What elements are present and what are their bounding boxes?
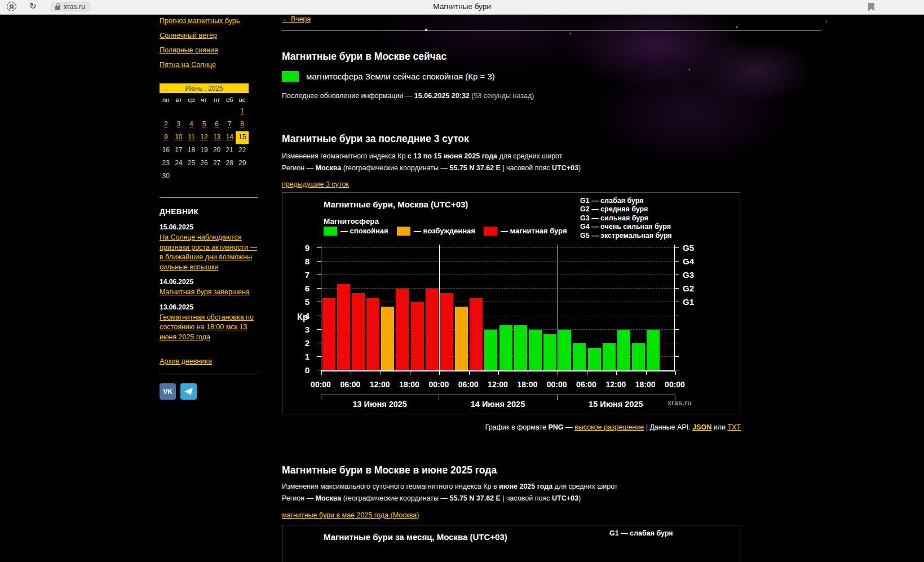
yesterday-link[interactable]: ← Вчера — [282, 15, 311, 23]
address-bar[interactable]: xras.ru — [51, 2, 91, 12]
calendar-weekday: чт — [198, 96, 211, 103]
text-segment: 15.06.2025 20:32 — [414, 92, 470, 100]
x-tick-mark — [646, 371, 647, 375]
calendar-day-link[interactable]: 8 — [240, 120, 244, 128]
kp-bar — [543, 334, 556, 370]
x-axis-tick: 00:00 — [665, 380, 685, 389]
kp-bar — [470, 298, 483, 371]
calendar-day[interactable]: 11 — [185, 131, 198, 144]
calendar-day[interactable]: 10 — [173, 131, 185, 144]
calendar-day[interactable]: 1 — [236, 105, 249, 118]
kp-bar — [440, 293, 453, 370]
diary-entries: 15.06.2025На Солнце наблюдаются признаки… — [160, 223, 259, 342]
y-tick-mark — [675, 275, 679, 275]
calendar-weekday: вт — [173, 96, 185, 103]
text-segment: (географические координаты — — [341, 494, 449, 502]
y-axis-tick: 1 — [287, 352, 310, 362]
x-tick-mark — [587, 371, 587, 375]
calendar-day: 23 — [160, 157, 173, 170]
day-separator — [439, 245, 440, 370]
calendar-day: 20 — [210, 144, 223, 157]
x-tick-mark — [469, 371, 470, 375]
inline-link[interactable]: TXT — [727, 423, 741, 431]
calendar-day-link[interactable]: 12 — [200, 133, 207, 141]
calendar-day-link[interactable]: 3 — [177, 120, 181, 128]
y-tick-mark — [317, 275, 321, 275]
calendar-day[interactable]: 3 — [173, 118, 185, 131]
calendar-day: 18 — [185, 144, 198, 157]
calendar-day-link[interactable]: 9 — [164, 133, 168, 141]
text-segment: График в формате — [485, 423, 549, 431]
sidebar-link[interactable]: Пятна на Солнце — [160, 61, 216, 69]
inline-link[interactable]: JSON — [692, 423, 711, 431]
calendar-day-current[interactable]: 15 — [236, 131, 249, 144]
calendar-day[interactable]: 14 — [223, 131, 236, 144]
yandex-browser-icon[interactable]: Я — [7, 2, 16, 11]
calendar-day-link[interactable]: 13 — [213, 133, 220, 141]
y-axis-ticks: 0123456789 — [282, 245, 316, 370]
x-axis-tick: 18:00 — [635, 380, 656, 389]
y-tick-mark — [317, 288, 321, 289]
calendar-day — [160, 105, 173, 118]
calendar-day-link[interactable]: 6 — [215, 120, 219, 128]
calendar-day[interactable]: 6 — [210, 118, 223, 131]
calendar-day: 24 — [173, 157, 185, 170]
diary-entry-link[interactable]: Магнитная буря завершена — [160, 287, 259, 298]
browser-toolbar: Я ↻ xras.ru Магнитные бури — [0, 0, 924, 15]
bookmark-icon[interactable] — [868, 3, 874, 11]
calendar-day-link[interactable]: 10 — [175, 133, 182, 141]
sidebar-link[interactable]: Полярные сияния — [160, 46, 218, 54]
calendar-day-link[interactable]: 1 — [240, 107, 244, 115]
reload-icon[interactable]: ↻ — [29, 1, 37, 11]
diary-archive-link[interactable]: Архив дневника — [160, 357, 212, 365]
right-axis-labels: G1G2G3G4G5 — [679, 245, 719, 370]
calendar-day-link[interactable]: 14 — [226, 133, 233, 141]
sidebar-link[interactable]: Солнечный ветер — [160, 32, 217, 39]
text-segment: Изменения геомагнитного индекса Кр — [282, 152, 408, 160]
x-tick-mark — [381, 371, 381, 375]
diary-entry-link[interactable]: На Солнце наблюдаются признаки роста акт… — [160, 233, 259, 272]
calendar-day: 29 — [236, 157, 249, 170]
calendar-day — [185, 105, 198, 118]
calendar-day-link[interactable]: 2 — [164, 120, 168, 128]
calendar-day: 30 — [160, 170, 173, 183]
background-stars — [259, 15, 260, 16]
calendar-day-link[interactable]: 4 — [189, 120, 193, 128]
x-axis-tick: 00:00 — [547, 380, 567, 389]
legend-title: Магнитосфера — [324, 217, 379, 225]
calendar-day[interactable]: 2 — [160, 118, 173, 131]
calendar-day: 16 — [160, 144, 173, 157]
vk-icon[interactable]: VK — [160, 383, 176, 400]
calendar-day — [236, 170, 249, 183]
previous-3days-link[interactable]: предыдущие 3 суток — [282, 180, 349, 188]
calendar-day[interactable]: 7 — [223, 118, 236, 131]
calendar-day-link[interactable]: 5 — [202, 120, 206, 128]
sidebar-link[interactable]: Прогноз магнитных бурь — [160, 17, 240, 25]
calendar-prev-arrow[interactable]: ← — [164, 85, 171, 92]
calendar-weekday-row: пнвтсрчтптсбвс — [160, 96, 249, 103]
lock-icon — [55, 6, 60, 10]
calendar-day[interactable]: 12 — [198, 131, 211, 144]
calendar-day-link[interactable]: 11 — [188, 133, 194, 141]
calendar-day[interactable]: 5 — [198, 118, 211, 131]
chart-title: Магнитные бури, Москва (UTC+03) — [324, 200, 468, 209]
kp-bar — [396, 289, 409, 370]
diary-entry-link[interactable]: Геомагнитная обстановка по состоянию на … — [160, 313, 259, 343]
calendar-day — [223, 170, 236, 183]
calendar-day[interactable]: 8 — [236, 118, 249, 131]
calendar-day: 27 — [210, 157, 223, 170]
calendar-day[interactable]: 9 — [160, 131, 173, 144]
telegram-icon[interactable] — [180, 383, 197, 400]
x-axis-tick: 12:00 — [370, 380, 390, 389]
sidebar-nav-item: Полярные сияния — [160, 46, 240, 61]
calendar-day[interactable]: 13 — [210, 131, 223, 144]
inline-link[interactable]: высокое разрешение — [574, 423, 644, 431]
calendar-day-link[interactable]: 7 — [228, 120, 232, 128]
y-tick-mark — [675, 288, 679, 289]
calendar-day[interactable]: 4 — [185, 118, 198, 131]
kp-month-chart: Магнитные бури за месяц, Москва (UTC+03)… — [282, 525, 740, 562]
y-tick-mark — [317, 329, 321, 330]
bars-area — [321, 248, 674, 370]
kp-bar — [352, 293, 365, 370]
may-storms-link[interactable]: магнитные бури в мае 2025 года (Москва) — [282, 511, 419, 519]
